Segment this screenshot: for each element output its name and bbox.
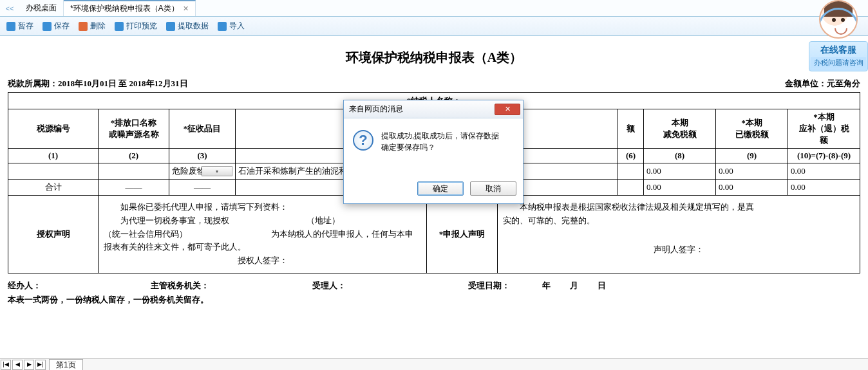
org-label: 主管税务机关： bbox=[151, 280, 209, 291]
cell-select[interactable]: 危险废物（固▾ bbox=[169, 163, 236, 180]
ok-button[interactable]: 确定 bbox=[417, 181, 464, 196]
import-button[interactable]: 导入 bbox=[218, 21, 245, 32]
cancel-button[interactable]: 取消 bbox=[470, 181, 516, 196]
handler-label: 经办人： bbox=[8, 280, 41, 291]
footer-line: 经办人： 主管税务机关： 受理人： 受理日期： 年 月 日 bbox=[8, 280, 860, 291]
cell[interactable]: 0.00 bbox=[644, 163, 716, 180]
pager-next-button[interactable]: ▶ bbox=[24, 360, 34, 370]
tempsave-button[interactable]: 暂存 bbox=[6, 21, 33, 32]
cell: 0.00 bbox=[788, 180, 860, 196]
col-1: 税源编号 bbox=[8, 109, 99, 149]
idx-1: (1) bbox=[8, 149, 99, 163]
pager-last-button[interactable]: ▶| bbox=[35, 360, 46, 370]
meta-row: 税款所属期：2018年10月01日 至 2018年12月31日 金额单位：元至角… bbox=[8, 78, 860, 89]
declaration-table: 授权声明 如果你已委托代理人申报，请填写下列资料： 为代理一切税务事宜，现授权（… bbox=[8, 195, 860, 273]
cell: —— bbox=[169, 180, 236, 196]
idx-6: (8) bbox=[644, 149, 716, 163]
cell: 0.00 bbox=[716, 180, 788, 196]
dialog-titlebar[interactable]: 来自网页的消息 ✕ bbox=[344, 100, 523, 118]
page-title: 环境保护税纳税申报表（A类） bbox=[8, 49, 860, 66]
tempsave-icon bbox=[6, 22, 15, 31]
col-3: *征收品目 bbox=[169, 109, 236, 149]
close-icon[interactable]: ✕ bbox=[495, 104, 520, 115]
cell-total-label: 合计 bbox=[8, 180, 99, 196]
auth-label: 授权声明 bbox=[8, 196, 99, 273]
cell[interactable]: 0.00 bbox=[716, 163, 788, 180]
acceptor-label: 受理人： bbox=[312, 280, 346, 291]
col-7: *本期 已缴税额 bbox=[716, 109, 788, 149]
idx-8: (10)=(7)-(8)-(9) bbox=[788, 149, 860, 163]
dialog-message: 提取成功,提取成功后，请保存数据 确定要保存吗？ bbox=[381, 130, 499, 153]
close-icon[interactable]: ✕ bbox=[183, 1, 189, 17]
col-8: *本期 应补（退）税 额 bbox=[788, 109, 860, 149]
footer-note: 本表一式两份，一份纳税人留存，一份税务机关留存。 bbox=[8, 294, 860, 306]
assistant-subtitle: 办税问题请咨询 bbox=[811, 57, 866, 68]
import-icon bbox=[218, 22, 227, 31]
rep-body: 本纳税申报表是根据国家税收法律法规及相关规定填写的，是真 实的、可靠的、完整的。… bbox=[498, 196, 860, 273]
save-icon bbox=[42, 22, 52, 31]
col-2: *排放口名称 或噪声源名称 bbox=[99, 109, 169, 149]
idx-7: (9) bbox=[716, 149, 788, 163]
tabs-collapse-button[interactable]: << bbox=[0, 5, 19, 12]
unit-value: 元至角分 bbox=[827, 79, 860, 88]
col-6: 本期 减免税额 bbox=[644, 109, 716, 149]
delete-icon bbox=[79, 22, 88, 31]
tab-label: *环境保护税纳税申报表（A类） bbox=[70, 1, 179, 17]
year-label: 年 bbox=[542, 280, 551, 291]
preview-button[interactable]: 打印预览 bbox=[115, 21, 157, 32]
rep-label: *申报人声明 bbox=[427, 196, 498, 273]
period-value: 2018年10月01日 至 2018年12月31日 bbox=[58, 79, 188, 88]
col-5: 额 bbox=[618, 109, 644, 149]
save-button[interactable]: 保存 bbox=[42, 21, 70, 32]
date-label: 受理日期： bbox=[468, 280, 510, 291]
tab-label: 办税桌面 bbox=[26, 0, 57, 16]
pager-first-button[interactable]: |◀ bbox=[1, 360, 11, 370]
cell[interactable] bbox=[618, 163, 644, 180]
tab-desktop[interactable]: 办税桌面 bbox=[19, 0, 64, 16]
cell bbox=[618, 180, 644, 196]
day-label: 日 bbox=[598, 280, 606, 291]
cell[interactable] bbox=[8, 163, 99, 180]
assistant-widget[interactable]: 在线客服 办税问题请咨询 bbox=[809, 0, 868, 71]
idx-5: (6) bbox=[618, 149, 644, 163]
pager-page-tab[interactable]: 第1页 bbox=[49, 359, 83, 370]
print-icon bbox=[115, 22, 124, 31]
idx-2: (2) bbox=[99, 149, 169, 163]
avatar bbox=[819, 0, 858, 39]
question-icon: ? bbox=[353, 130, 373, 151]
tab-declare[interactable]: *环境保护税纳税申报表（A类） ✕ bbox=[64, 0, 196, 16]
confirm-dialog: 来自网页的消息 ✕ ? 提取成功,提取成功后，请保存数据 确定要保存吗？ 确定 … bbox=[343, 100, 524, 204]
auth-body: 如果你已委托代理人申报，请填写下列资料： 为代理一切税务事宜，现授权（地址） （… bbox=[99, 196, 427, 273]
delete-button[interactable]: 删除 bbox=[79, 21, 106, 32]
dialog-title-text: 来自网页的消息 bbox=[349, 104, 403, 115]
cell[interactable]: 0.00 bbox=[788, 163, 860, 180]
extract-icon bbox=[166, 22, 175, 31]
period-label: 税款所属期： bbox=[8, 79, 58, 88]
extract-button[interactable]: 提取数据 bbox=[166, 21, 209, 32]
cell: 0.00 bbox=[644, 180, 716, 196]
cell: —— bbox=[99, 180, 169, 196]
unit-label: 金额单位： bbox=[785, 79, 827, 88]
tabs-bar: << 办税桌面 *环境保护税纳税申报表（A类） ✕ bbox=[0, 0, 868, 17]
idx-3: (3) bbox=[169, 149, 236, 163]
toolbar: 暂存 保存 删除 打印预览 提取数据 导入 bbox=[0, 17, 868, 36]
month-label: 月 bbox=[570, 280, 578, 291]
cell[interactable] bbox=[99, 163, 169, 180]
chevron-down-icon[interactable]: ▾ bbox=[202, 166, 232, 176]
pager-prev-button[interactable]: ◀ bbox=[12, 360, 23, 370]
assistant-title: 在线客服 bbox=[811, 44, 866, 56]
pager: |◀ ◀ ▶ ▶| 第1页 bbox=[0, 358, 868, 370]
